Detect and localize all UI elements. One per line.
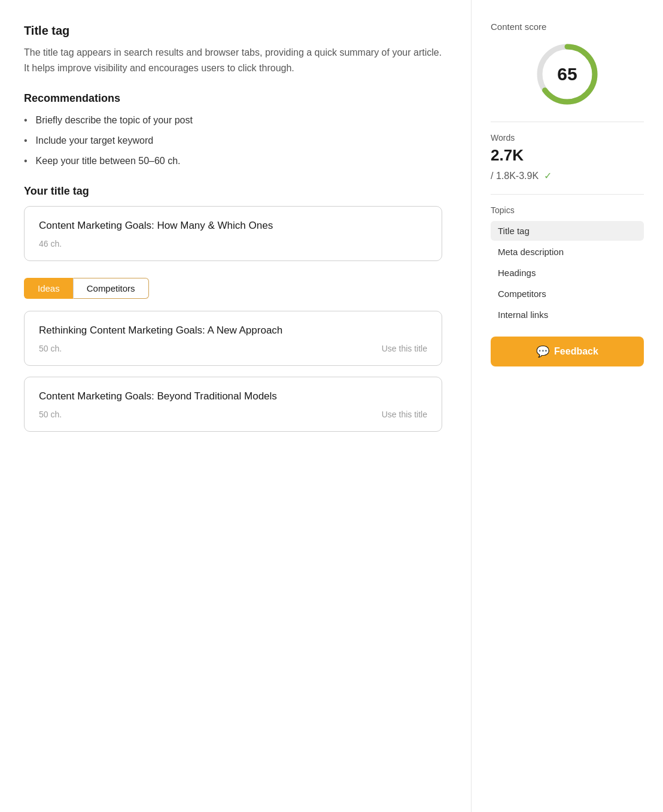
idea-card: Content Marketing Goals: Beyond Traditio… [24, 377, 442, 432]
check-icon: ✓ [544, 171, 552, 181]
current-title-text: Content Marketing Goals: How Many & Whic… [39, 219, 427, 233]
idea-title: Rethinking Content Marketing Goals: A Ne… [39, 323, 427, 338]
current-title-chars: 46 ch. [39, 239, 427, 249]
tabs-row: Ideas Competitors [24, 278, 442, 299]
sidebar: Content score 65 Words 2.7K / 1.8K-3.9K … [472, 0, 663, 812]
recommendations-list: Briefly describe the topic of your post … [24, 113, 442, 168]
words-label: Words [491, 133, 644, 143]
topic-headings[interactable]: Headings [491, 263, 644, 283]
feedback-icon: 💬 [536, 345, 549, 358]
section-description: The title tag appears in search results … [24, 45, 442, 75]
score-circle: 65 [534, 41, 600, 107]
main-panel: Title tag The title tag appears in searc… [0, 0, 472, 812]
words-count: 2.7K [491, 146, 524, 164]
current-title-card: Content Marketing Goals: How Many & Whic… [24, 206, 442, 261]
words-range: / 1.8K-3.9K ✓ [491, 171, 552, 181]
tab-ideas[interactable]: Ideas [24, 278, 73, 299]
words-range-text: / 1.8K-3.9K [491, 171, 539, 181]
words-value: 2.7K / 1.8K-3.9K ✓ [491, 146, 644, 183]
content-score-label: Content score [491, 22, 644, 32]
list-item: Include your target keyword [24, 134, 442, 148]
idea-title: Content Marketing Goals: Beyond Traditio… [39, 389, 427, 404]
feedback-button[interactable]: 💬 Feedback [491, 337, 644, 366]
topic-internal-links[interactable]: Internal links [491, 305, 644, 325]
tab-competitors[interactable]: Competitors [73, 278, 149, 299]
divider-2 [491, 194, 644, 195]
topic-meta-description[interactable]: Meta description [491, 242, 644, 262]
idea-chars: 50 ch. [39, 344, 62, 353]
page-title: Title tag [24, 24, 442, 38]
recommendations-title: Recommendations [24, 92, 442, 105]
list-item: Keep your title between 50–60 ch. [24, 154, 442, 168]
topics-nav: Title tag Meta description Headings Comp… [491, 221, 644, 325]
list-item: Briefly describe the topic of your post [24, 113, 442, 128]
ideas-list: Rethinking Content Marketing Goals: A Ne… [24, 311, 442, 432]
topic-title-tag[interactable]: Title tag [491, 221, 644, 241]
divider [491, 122, 644, 122]
feedback-label: Feedback [554, 346, 598, 357]
topic-competitors[interactable]: Competitors [491, 284, 644, 304]
score-circle-container: 65 [491, 41, 644, 107]
idea-chars: 50 ch. [39, 410, 62, 419]
topics-label: Topics [491, 205, 644, 215]
score-number: 65 [557, 64, 577, 84]
use-title-link[interactable]: Use this title [382, 344, 427, 353]
your-title-label: Your title tag [24, 185, 442, 198]
use-title-link[interactable]: Use this title [382, 410, 427, 419]
idea-card: Rethinking Content Marketing Goals: A Ne… [24, 311, 442, 366]
